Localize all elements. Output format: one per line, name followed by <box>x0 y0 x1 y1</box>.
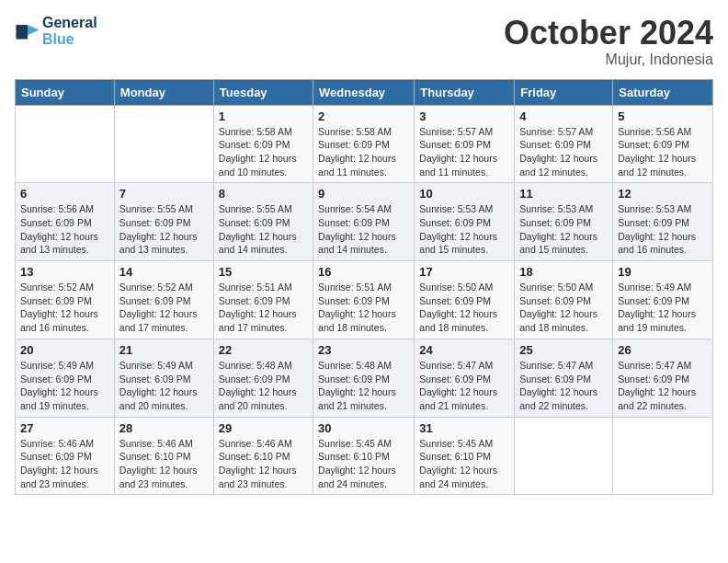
calendar-cell: 11Sunrise: 5:53 AMSunset: 6:09 PMDayligh… <box>515 183 613 261</box>
day-info: Sunrise: 5:53 AMSunset: 6:09 PMDaylight:… <box>419 202 509 257</box>
calendar-cell: 15Sunrise: 5:51 AMSunset: 6:09 PMDayligh… <box>213 261 313 339</box>
day-number: 16 <box>318 265 409 279</box>
day-number: 6 <box>20 187 109 201</box>
page-header: General Blue October 2024 Mujur, Indones… <box>15 15 713 68</box>
day-number: 24 <box>419 343 509 357</box>
calendar-cell: 21Sunrise: 5:49 AMSunset: 6:09 PMDayligh… <box>114 339 213 417</box>
day-number: 22 <box>219 343 308 357</box>
calendar-cell: 6Sunrise: 5:56 AMSunset: 6:09 PMDaylight… <box>16 183 115 261</box>
day-number: 11 <box>519 187 608 201</box>
day-info: Sunrise: 5:55 AMSunset: 6:09 PMDaylight:… <box>119 202 209 257</box>
day-info: Sunrise: 5:47 AMSunset: 6:09 PMDaylight:… <box>519 359 608 413</box>
weekday-header-wednesday: Wednesday <box>313 79 415 105</box>
calendar-cell: 19Sunrise: 5:49 AMSunset: 6:09 PMDayligh… <box>613 261 713 339</box>
calendar-cell: 28Sunrise: 5:46 AMSunset: 6:10 PMDayligh… <box>114 417 213 495</box>
day-number: 12 <box>618 187 708 201</box>
calendar-cell: 1Sunrise: 5:58 AMSunset: 6:09 PMDaylight… <box>213 105 313 183</box>
day-info: Sunrise: 5:45 AMSunset: 6:10 PMDaylight:… <box>419 437 509 491</box>
day-number: 18 <box>519 265 608 279</box>
day-number: 13 <box>20 265 109 279</box>
day-number: 2 <box>318 109 409 123</box>
calendar-cell: 5Sunrise: 5:56 AMSunset: 6:09 PMDaylight… <box>613 105 713 183</box>
svg-marker-1 <box>28 25 40 35</box>
day-number: 8 <box>219 187 308 201</box>
day-info: Sunrise: 5:49 AMSunset: 6:09 PMDaylight:… <box>618 281 708 335</box>
day-number: 27 <box>20 421 109 435</box>
day-info: Sunrise: 5:45 AMSunset: 6:10 PMDaylight:… <box>318 437 409 491</box>
weekday-header-row: SundayMondayTuesdayWednesdayThursdayFrid… <box>16 79 713 105</box>
day-info: Sunrise: 5:52 AMSunset: 6:09 PMDaylight:… <box>119 281 209 335</box>
location-subtitle: Mujur, Indonesia <box>504 52 713 68</box>
day-info: Sunrise: 5:53 AMSunset: 6:09 PMDaylight:… <box>618 202 708 257</box>
calendar-cell: 13Sunrise: 5:52 AMSunset: 6:09 PMDayligh… <box>16 261 115 339</box>
calendar-cell <box>114 105 213 183</box>
logo-text: General Blue <box>42 15 97 48</box>
day-info: Sunrise: 5:52 AMSunset: 6:09 PMDaylight:… <box>20 281 109 335</box>
day-number: 29 <box>219 421 308 435</box>
calendar-cell: 8Sunrise: 5:55 AMSunset: 6:09 PMDaylight… <box>213 183 313 261</box>
calendar-week-3: 13Sunrise: 5:52 AMSunset: 6:09 PMDayligh… <box>16 261 713 339</box>
day-info: Sunrise: 5:48 AMSunset: 6:09 PMDaylight:… <box>318 359 409 413</box>
calendar-cell: 3Sunrise: 5:57 AMSunset: 6:09 PMDaylight… <box>415 105 515 183</box>
day-info: Sunrise: 5:46 AMSunset: 6:10 PMDaylight:… <box>219 437 308 491</box>
calendar-cell: 27Sunrise: 5:46 AMSunset: 6:09 PMDayligh… <box>16 417 115 495</box>
day-info: Sunrise: 5:51 AMSunset: 6:09 PMDaylight:… <box>318 281 409 335</box>
calendar-body: 1Sunrise: 5:58 AMSunset: 6:09 PMDaylight… <box>16 105 713 495</box>
calendar-cell: 30Sunrise: 5:45 AMSunset: 6:10 PMDayligh… <box>313 417 415 495</box>
calendar-cell: 22Sunrise: 5:48 AMSunset: 6:09 PMDayligh… <box>213 339 313 417</box>
calendar-cell <box>613 417 713 495</box>
day-number: 28 <box>119 421 209 435</box>
calendar-week-1: 1Sunrise: 5:58 AMSunset: 6:09 PMDaylight… <box>16 105 713 183</box>
day-info: Sunrise: 5:57 AMSunset: 6:09 PMDaylight:… <box>519 125 608 179</box>
day-info: Sunrise: 5:50 AMSunset: 6:09 PMDaylight:… <box>519 281 608 335</box>
calendar-cell: 10Sunrise: 5:53 AMSunset: 6:09 PMDayligh… <box>415 183 515 261</box>
day-number: 5 <box>618 109 708 123</box>
calendar-cell: 25Sunrise: 5:47 AMSunset: 6:09 PMDayligh… <box>515 339 613 417</box>
calendar-cell: 4Sunrise: 5:57 AMSunset: 6:09 PMDaylight… <box>515 105 613 183</box>
day-number: 14 <box>119 265 209 279</box>
day-info: Sunrise: 5:58 AMSunset: 6:09 PMDaylight:… <box>219 125 308 179</box>
day-number: 20 <box>20 343 109 357</box>
calendar-cell: 7Sunrise: 5:55 AMSunset: 6:09 PMDaylight… <box>114 183 213 261</box>
day-info: Sunrise: 5:49 AMSunset: 6:09 PMDaylight:… <box>119 359 209 413</box>
calendar-cell <box>16 105 115 183</box>
day-number: 25 <box>519 343 608 357</box>
day-number: 17 <box>419 265 509 279</box>
day-number: 31 <box>419 421 509 435</box>
day-info: Sunrise: 5:46 AMSunset: 6:09 PMDaylight:… <box>20 437 109 491</box>
weekday-header-thursday: Thursday <box>415 79 515 105</box>
day-number: 10 <box>419 187 509 201</box>
weekday-header-sunday: Sunday <box>16 79 115 105</box>
calendar-cell: 29Sunrise: 5:46 AMSunset: 6:10 PMDayligh… <box>213 417 313 495</box>
day-number: 9 <box>318 187 409 201</box>
calendar-cell: 17Sunrise: 5:50 AMSunset: 6:09 PMDayligh… <box>415 261 515 339</box>
title-area: October 2024 Mujur, Indonesia <box>504 15 713 68</box>
day-info: Sunrise: 5:55 AMSunset: 6:09 PMDaylight:… <box>219 202 308 257</box>
calendar-week-2: 6Sunrise: 5:56 AMSunset: 6:09 PMDaylight… <box>16 183 713 261</box>
day-number: 30 <box>318 421 409 435</box>
day-info: Sunrise: 5:47 AMSunset: 6:09 PMDaylight:… <box>419 359 509 413</box>
calendar-cell: 18Sunrise: 5:50 AMSunset: 6:09 PMDayligh… <box>515 261 613 339</box>
weekday-header-monday: Monday <box>114 79 213 105</box>
calendar-cell: 9Sunrise: 5:54 AMSunset: 6:09 PMDaylight… <box>313 183 415 261</box>
calendar-table: SundayMondayTuesdayWednesdayThursdayFrid… <box>15 79 713 496</box>
calendar-cell <box>515 417 613 495</box>
calendar-week-5: 27Sunrise: 5:46 AMSunset: 6:09 PMDayligh… <box>16 417 713 495</box>
day-info: Sunrise: 5:56 AMSunset: 6:09 PMDaylight:… <box>618 125 708 179</box>
day-info: Sunrise: 5:56 AMSunset: 6:09 PMDaylight:… <box>20 202 109 257</box>
day-info: Sunrise: 5:46 AMSunset: 6:10 PMDaylight:… <box>119 437 209 491</box>
calendar-cell: 26Sunrise: 5:47 AMSunset: 6:09 PMDayligh… <box>613 339 713 417</box>
calendar-cell: 20Sunrise: 5:49 AMSunset: 6:09 PMDayligh… <box>16 339 115 417</box>
day-number: 23 <box>318 343 409 357</box>
day-info: Sunrise: 5:57 AMSunset: 6:09 PMDaylight:… <box>419 125 509 179</box>
svg-rect-0 <box>16 25 28 39</box>
weekday-header-tuesday: Tuesday <box>213 79 313 105</box>
calendar-cell: 16Sunrise: 5:51 AMSunset: 6:09 PMDayligh… <box>313 261 415 339</box>
calendar-cell: 31Sunrise: 5:45 AMSunset: 6:10 PMDayligh… <box>415 417 515 495</box>
calendar-cell: 12Sunrise: 5:53 AMSunset: 6:09 PMDayligh… <box>613 183 713 261</box>
day-number: 7 <box>119 187 209 201</box>
calendar-cell: 2Sunrise: 5:58 AMSunset: 6:09 PMDaylight… <box>313 105 415 183</box>
calendar-cell: 24Sunrise: 5:47 AMSunset: 6:09 PMDayligh… <box>415 339 515 417</box>
day-number: 15 <box>219 265 308 279</box>
weekday-header-friday: Friday <box>515 79 613 105</box>
